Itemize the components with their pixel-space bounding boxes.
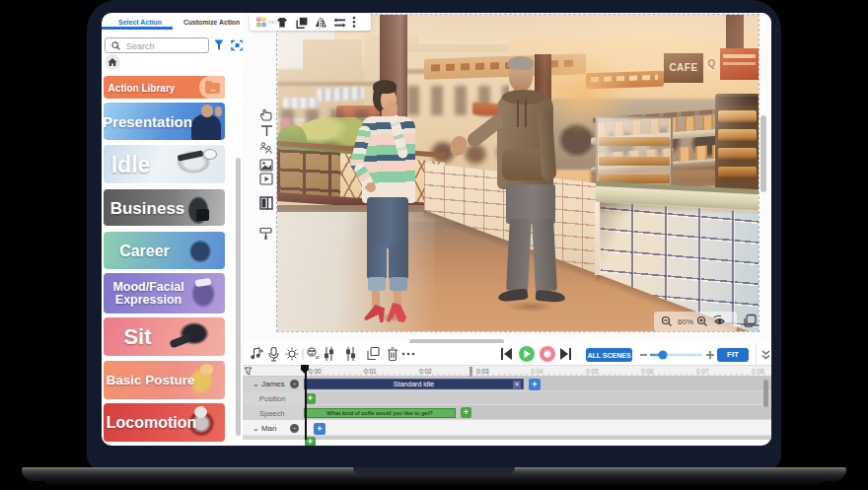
svg-text:0:04: 0:04 bbox=[531, 368, 543, 375]
svg-text:0:06: 0:06 bbox=[641, 368, 654, 375]
svg-text:0:02: 0:02 bbox=[419, 368, 432, 375]
svg-text:0:08: 0:08 bbox=[752, 368, 764, 375]
svg-text:60%: 60% bbox=[678, 317, 693, 326]
svg-text:0:03: 0:03 bbox=[476, 368, 489, 375]
svg-text:0:05: 0:05 bbox=[586, 368, 599, 375]
svg-text:0:00: 0:00 bbox=[309, 368, 322, 375]
svg-text:0:07: 0:07 bbox=[696, 368, 709, 375]
svg-text:0:01: 0:01 bbox=[364, 368, 377, 375]
svg-text:mer: mer bbox=[267, 19, 277, 25]
svg-text:ALL SCENES: ALL SCENES bbox=[587, 352, 631, 359]
